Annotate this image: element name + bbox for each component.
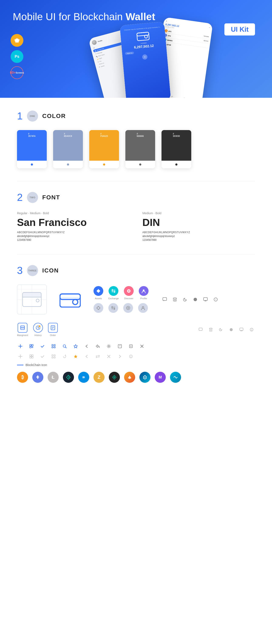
blockchain-line	[17, 365, 24, 365]
svg-rect-52	[54, 347, 55, 348]
profile-outline-icon	[138, 303, 148, 313]
message-icon	[202, 296, 209, 303]
svg-rect-70	[54, 357, 55, 358]
icon-section-number: 3	[17, 266, 23, 276]
close-icon	[138, 343, 145, 350]
svg-rect-25	[20, 326, 24, 330]
back-gray-icon	[83, 353, 90, 360]
svg-rect-8	[60, 297, 80, 300]
bottom-icon-row: Mangment ! History	[17, 323, 255, 336]
screens-badge: 60+ Screens	[10, 66, 24, 79]
sky-icon	[170, 372, 181, 383]
icon-assets-outline	[94, 303, 103, 313]
font-section-circle: TWO	[27, 192, 38, 203]
x-gray-icon	[106, 353, 112, 360]
dot-small-icon	[228, 326, 234, 333]
plus-icon	[17, 343, 24, 350]
blockchain-label-text: BlockChain Icon	[26, 363, 47, 367]
color-section-title: COLOR	[42, 113, 66, 120]
star-icon	[72, 343, 79, 350]
iota-icon	[109, 372, 120, 383]
icon-management: Mangment	[17, 323, 28, 336]
info-icon: i	[212, 296, 219, 303]
color-card-orange: #F5A623	[89, 130, 119, 168]
svg-point-37	[230, 328, 233, 331]
font-din-numbers: 1234567890	[142, 238, 255, 242]
sketch-badge	[10, 34, 24, 47]
icon-showcase: Assets Exchange	[17, 284, 255, 314]
color-section-circle: ONE	[27, 110, 38, 122]
star-filled-icon	[72, 353, 79, 360]
divider-2	[17, 254, 255, 254]
svg-marker-71	[74, 355, 77, 358]
font-din-uppercase: ABCDEFGHIJKLMNOPQRSTUVWXYZ	[142, 231, 255, 234]
icon-section-title: ICON	[42, 267, 59, 274]
scan-gray-icon	[50, 353, 57, 360]
svg-rect-35	[199, 328, 202, 330]
order-icon	[48, 323, 58, 333]
assets-outline-icon	[94, 303, 103, 313]
ps-badge: Ps	[10, 50, 24, 63]
svg-line-54	[66, 347, 66, 348]
svg-point-40	[252, 329, 252, 329]
svg-text:!: !	[39, 326, 40, 327]
svg-point-21	[194, 298, 197, 301]
chat-icon	[161, 296, 168, 303]
icon-section-header: 3 THREE ICON	[17, 265, 255, 276]
svg-point-20	[173, 298, 176, 299]
chat-small-icon	[197, 326, 204, 333]
blockchain-label: BlockChain Icon	[17, 363, 255, 367]
font-section-header: 2 TWO FONT	[17, 192, 255, 203]
misc-small-icons: i	[161, 296, 219, 303]
font-din-styles: Medium · Bold	[142, 212, 255, 215]
icon-wallet-filled	[55, 284, 85, 314]
font-din-lowercase: abcdefghijklmnopqrstuvwxyz	[142, 235, 255, 238]
svg-rect-63	[30, 355, 31, 356]
crescent-small-icon	[218, 326, 224, 333]
font-sf-numbers: 1234567890	[17, 238, 130, 242]
icon-discover: Discover	[124, 286, 134, 300]
icon-section-circle: THREE	[27, 265, 38, 276]
svg-rect-66	[32, 357, 33, 358]
svg-marker-83	[113, 376, 116, 378]
aion-icon	[140, 372, 150, 383]
svg-point-9	[73, 300, 78, 304]
stack-icon	[172, 296, 178, 303]
profile-icon	[139, 286, 148, 296]
main-content: 1 ONE COLOR #3574FA #8DA0C8	[0, 98, 272, 396]
dash-icon	[78, 372, 89, 383]
svg-point-13	[128, 290, 129, 292]
upload-icon	[116, 343, 123, 350]
moon-icon	[182, 296, 188, 303]
small-misc-icons-row	[197, 326, 255, 333]
color-section: 1 ONE COLOR #3574FA #8DA0C8	[17, 110, 255, 168]
nav-icons-group: Assets Exchange	[94, 286, 148, 313]
svg-rect-46	[30, 346, 31, 348]
icon-profile: Profile	[139, 286, 148, 300]
font-section-title: FONT	[42, 194, 60, 201]
info-small-icon	[248, 326, 255, 333]
icon-blueprint	[17, 284, 47, 314]
icon-discover-outline	[123, 303, 133, 313]
info-gray-icon	[128, 353, 134, 360]
history-icon: !	[33, 323, 43, 333]
color-swatches: #3574FA #8DA0C8 #F5A623	[17, 130, 255, 168]
font-examples: Regular · Medium · Bold San Francisco AB…	[17, 212, 255, 242]
icon-order: Order	[48, 323, 58, 336]
circle-icon	[192, 296, 199, 303]
font-din: Medium · Bold DIN ABCDEFGHIJKLMNOPQRSTUV…	[142, 212, 255, 242]
utility-icons-row2	[17, 353, 255, 360]
share-icon	[94, 343, 101, 350]
svg-marker-15	[97, 306, 100, 310]
svg-rect-50	[54, 344, 55, 346]
svg-rect-26	[20, 326, 24, 327]
svg-point-36	[209, 328, 212, 329]
color-card-blue: #3574FA	[17, 130, 47, 168]
svg-point-18	[142, 306, 144, 308]
exchange-outline-icon	[108, 303, 118, 313]
matic-icon: M	[155, 372, 166, 383]
management-icon	[18, 323, 28, 333]
ethereum-icon	[32, 372, 43, 383]
icon-exchange-outline	[108, 303, 118, 313]
wingriders-icon	[63, 372, 74, 383]
